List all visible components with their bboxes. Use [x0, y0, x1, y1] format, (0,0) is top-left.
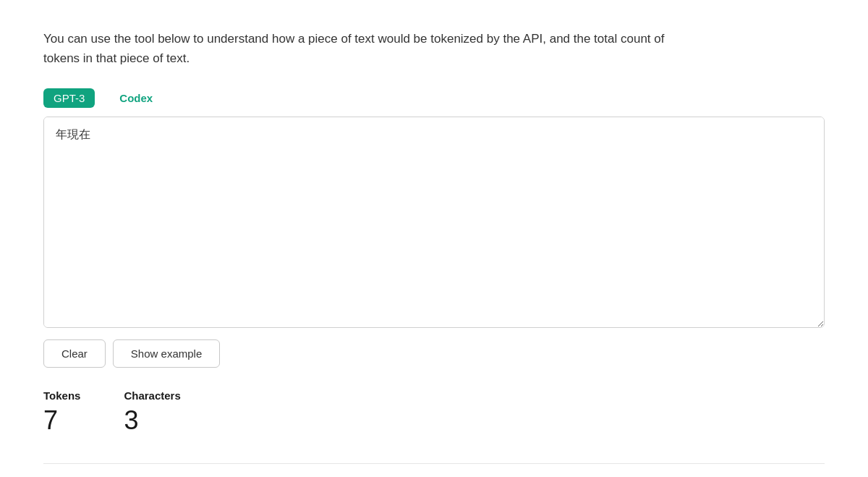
tab-gpt3[interactable]: GPT-3: [43, 88, 95, 108]
textarea-wrapper: 年現在: [43, 117, 825, 328]
clear-button[interactable]: Clear: [43, 339, 106, 368]
button-row: Clear Show example: [43, 339, 825, 368]
characters-label: Characters: [124, 388, 180, 405]
token-input[interactable]: 年現在: [44, 117, 824, 327]
page-container: You can use the tool below to understand…: [0, 0, 868, 477]
description-text: You can use the tool below to understand…: [43, 29, 694, 68]
tokens-stat: Tokens 7: [43, 388, 80, 434]
tokens-value: 7: [43, 406, 80, 435]
tabs-row: GPT-3 Codex: [43, 88, 825, 108]
show-example-button[interactable]: Show example: [113, 339, 220, 368]
characters-stat: Characters 3: [124, 388, 180, 434]
bottom-divider: [43, 463, 825, 464]
tokens-label: Tokens: [43, 388, 80, 405]
stats-row: Tokens 7 Characters 3: [43, 388, 825, 434]
tab-codex[interactable]: Codex: [109, 88, 163, 108]
characters-value: 3: [124, 406, 180, 435]
